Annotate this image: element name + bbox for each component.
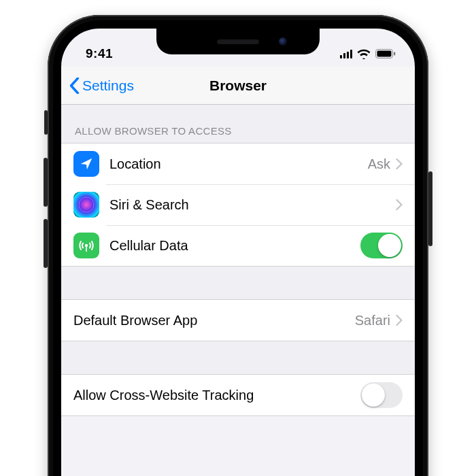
location-icon — [73, 151, 99, 177]
cross-tracking-toggle[interactable] — [360, 382, 403, 408]
row-siri-search[interactable]: Siri & Search — [61, 184, 415, 225]
row-label: Allow Cross-Website Tracking — [73, 388, 360, 403]
row-default-browser[interactable]: Default Browser App Safari — [61, 300, 415, 341]
svg-rect-2 — [394, 52, 395, 56]
siri-icon — [73, 192, 99, 218]
svg-rect-5 — [86, 246, 87, 252]
volume-down-button — [44, 219, 48, 268]
power-button — [428, 171, 432, 246]
row-value: Ask — [368, 156, 390, 172]
notch — [156, 29, 320, 54]
chevron-right-icon — [396, 158, 403, 169]
wifi-icon — [357, 49, 371, 59]
speaker-grille — [217, 39, 259, 44]
row-location[interactable]: Location Ask — [61, 143, 415, 184]
row-label: Location — [109, 156, 368, 172]
row-label: Default Browser App — [73, 313, 355, 328]
iphone-device-frame: 9:41 S — [48, 15, 428, 476]
svg-point-3 — [79, 197, 94, 212]
front-camera — [279, 37, 287, 46]
section-divider — [61, 267, 415, 299]
screen: 9:41 S — [61, 29, 415, 476]
cellular-data-toggle[interactable] — [360, 233, 403, 258]
back-button[interactable]: Settings — [61, 78, 134, 94]
mute-switch — [44, 110, 48, 135]
battery-icon — [375, 49, 396, 58]
status-time: 9:41 — [86, 46, 113, 61]
row-cellular-data: Cellular Data — [61, 225, 415, 266]
row-label: Siri & Search — [109, 197, 396, 213]
access-list: Location Ask Siri & Search — [61, 143, 415, 267]
row-label: Cellular Data — [109, 238, 360, 254]
section-divider — [61, 341, 415, 374]
row-cross-website-tracking: Allow Cross-Website Tracking — [61, 375, 415, 415]
back-label: Settings — [82, 78, 134, 94]
row-value: Safari — [355, 313, 390, 328]
cellular-data-icon — [73, 233, 99, 258]
default-browser-list: Default Browser App Safari — [61, 299, 415, 341]
chevron-right-icon — [396, 315, 403, 326]
chevron-right-icon — [396, 199, 403, 210]
svg-rect-1 — [377, 51, 392, 57]
nav-bar: Settings Browser — [61, 67, 415, 105]
chevron-left-icon — [69, 78, 80, 94]
volume-up-button — [44, 158, 48, 207]
cellular-signal-icon — [340, 50, 353, 58]
section-header-access: ALLOW BROWSER TO ACCESS — [61, 105, 415, 143]
tracking-list: Allow Cross-Website Tracking — [61, 374, 415, 416]
